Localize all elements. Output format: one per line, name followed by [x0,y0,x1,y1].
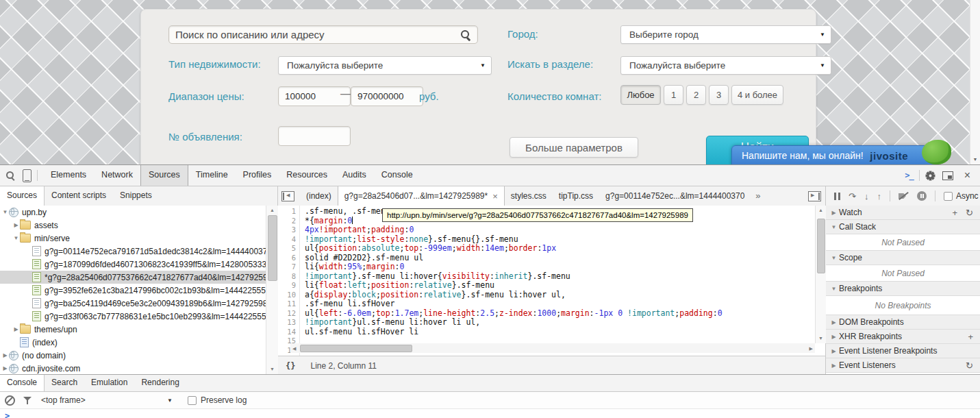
hide-navigator-icon[interactable] [281,191,294,201]
tree-item[interactable]: (index) [0,336,266,349]
property-type-select[interactable]: Пожалуйста выберите ▼ [278,56,492,75]
tree-item[interactable]: ▼upn.by [0,206,266,219]
rooms-option-0[interactable]: Любое [620,85,661,105]
sidebar-section-event-listeners[interactable]: ▶Event Listeners↻ [826,358,980,373]
tree-item[interactable]: g?g=00114e752eca791671d5a1dedc3814c2&lm=… [0,245,266,258]
clear-console-icon[interactable] [5,395,15,406]
expander-closed-icon[interactable]: ▶ [12,326,20,332]
close-tab-icon[interactable]: × [492,192,498,201]
step-into-icon[interactable]: ↓ [864,192,869,201]
refresh-icon[interactable]: ↻ [966,360,973,371]
scrollbar-thumb[interactable] [268,215,277,281]
line-number-gutter[interactable]: 12345678910111213141516 [278,206,300,356]
gear-icon[interactable] [925,171,935,181]
pause-on-exceptions-icon[interactable] [917,191,927,201]
tree-item[interactable]: g?g=3952fe62e1c3ba2147996bc002c1b93b&lm=… [0,284,266,297]
tree-item[interactable]: *g?g=28a25406d077537662c471827677ad40&lm… [0,271,266,284]
drawer-tab-rendering[interactable]: Rendering [134,375,186,391]
scroll-left-arrow-icon[interactable] [292,346,296,352]
scroll-right-arrow-icon[interactable] [809,346,813,352]
expander-open-icon[interactable]: ▼ [830,255,838,261]
rooms-option-3[interactable]: 3 [709,85,729,105]
scrollbar-thumb[interactable] [300,345,412,352]
tree-item[interactable]: g?g=187099d6fded46071306823c41939ff5&lm=… [0,258,266,271]
city-select[interactable]: Выберите город ▼ [620,25,831,44]
sidebar-section-event-listener-breakpoints[interactable]: ▶Event Listener Breakpoints [826,344,980,358]
close-devtools-icon[interactable] [964,170,970,181]
sidebar-section-dom-breakpoints[interactable]: ▶DOM Breakpoints [826,315,980,330]
scrollbar-thumb[interactable] [817,219,825,273]
refresh-icon[interactable]: ↻ [966,208,973,218]
show-debugger-sidebar-icon[interactable] [808,191,821,201]
editor-vertical-scrollbar[interactable] [815,206,826,343]
scroll-down-arrow-icon[interactable] [818,336,823,341]
expander-closed-icon[interactable]: ▶ [12,222,20,228]
code-line[interactable]: ul{left:-6.0em;top:1.7em;line-height:2.5… [305,309,815,319]
sidebar-section-xhr-breakpoints[interactable]: ▶XHR Breakpoints+ [826,330,980,344]
sidebar-section-watch[interactable]: ▶Watch+↻ [826,206,980,220]
tree-item[interactable]: ▶assets [0,219,266,232]
tree-item[interactable]: ▼min/serve [0,232,266,245]
tree-item[interactable]: g?g=ba25c4119d469ce5e3c2e009439189b6&lm=… [0,297,266,310]
code-editor[interactable]: 12345678910111213141516 .sf-menu, .sf-me… [278,206,815,356]
line-number[interactable]: 4 [278,235,299,245]
drawer-tab-search[interactable]: Search [45,375,84,391]
page-scrollbar[interactable] [970,0,980,164]
dock-side-icon[interactable] [942,171,953,180]
expander-closed-icon[interactable]: ▶ [830,362,838,369]
devtools-tab-console[interactable]: Console [374,165,420,186]
expander-closed-icon[interactable]: ▶ [830,210,838,216]
code-line[interactable]: !important}.sf-menu li:hover{visibility:… [305,272,815,282]
rooms-option-2[interactable]: 2 [686,85,706,105]
devtools-tab-profiles[interactable]: Profiles [236,165,279,186]
devtools-tab-elements[interactable]: Elements [43,165,94,186]
code-line[interactable]: ul.sf-menu li.sfHover li [305,328,815,337]
scroll-down-arrow-icon[interactable] [270,367,275,372]
code-line[interactable]: ul{position:absolute;top:-999em;width:14… [305,244,815,254]
console-prompt[interactable]: > [0,409,980,418]
filter-icon[interactable] [23,397,32,404]
line-number[interactable]: 14 [278,328,299,337]
sidebar-section-breakpoints[interactable]: ▼Breakpoints [826,282,980,296]
jivosite-chat-widget[interactable]: Напишите нам, мы онлайн! jivosite [731,145,939,164]
code-line[interactable]: solid #D2D2D2}.sf-menu ul [305,254,815,263]
code-line[interactable]: 4px!important;padding:0 [305,225,815,235]
search-input[interactable]: Поиск по описанию или адресу [168,25,478,44]
price-to-input[interactable]: 970000000 [351,86,423,106]
add-icon[interactable]: + [968,332,973,342]
line-number[interactable]: 9 [278,281,299,291]
expander-closed-icon[interactable]: ▶ [830,348,838,354]
sidebar-section-call-stack[interactable]: ▼Call Stack [826,220,980,234]
preserve-log-checkbox[interactable] [188,396,197,405]
devtools-tab-timeline[interactable]: Timeline [188,165,236,186]
deactivate-breakpoints-icon[interactable] [899,192,909,200]
tree-item[interactable]: ▶themes/upn [0,323,266,336]
inspect-element-icon[interactable] [5,171,16,181]
expander-closed-icon[interactable]: ▶ [1,365,9,371]
more-params-button[interactable]: Больше параметров [510,137,638,158]
tree-item[interactable]: ▶(no domain) [0,349,266,362]
code-line[interactable]: a{display:block;position:relative}.sf-me… [305,291,815,300]
async-checkbox[interactable] [944,192,953,201]
code-line[interactable]: !important}ul.sf-menu li:hover li ul, [305,318,815,328]
ad-number-input[interactable] [278,126,351,146]
rooms-option-1[interactable]: 1 [664,85,683,105]
add-icon[interactable]: + [953,208,958,218]
expander-open-icon[interactable]: ▼ [1,209,9,215]
navigator-tab-content-scripts[interactable]: Content scripts [45,186,113,206]
device-mode-icon[interactable] [23,169,32,182]
line-number[interactable]: 6 [278,254,299,263]
pause-script-icon[interactable] [834,193,840,200]
drawer-tab-console[interactable]: Console [0,375,45,391]
code-line[interactable]: li{width:95%;margin:0 [305,262,815,272]
scroll-up-arrow-icon[interactable] [270,208,275,213]
navigator-tab-snippets[interactable]: Snippets [113,186,159,206]
console-drawer-icon[interactable] [905,171,913,180]
devtools-tab-sources[interactable]: Sources [140,165,188,186]
code-line[interactable]: .sf-menu li.sfHover [305,299,815,309]
editor-tab-1[interactable]: g?g=28a25406d07...&lm=1427925989*× [338,186,505,206]
code-content[interactable]: .sf-menu, .sf-menu*{margin:04px!importan… [305,207,815,355]
line-number[interactable]: 10 [278,291,299,300]
file-tree-scrollbar[interactable] [266,206,278,374]
expander-open-icon[interactable]: ▼ [830,286,838,292]
